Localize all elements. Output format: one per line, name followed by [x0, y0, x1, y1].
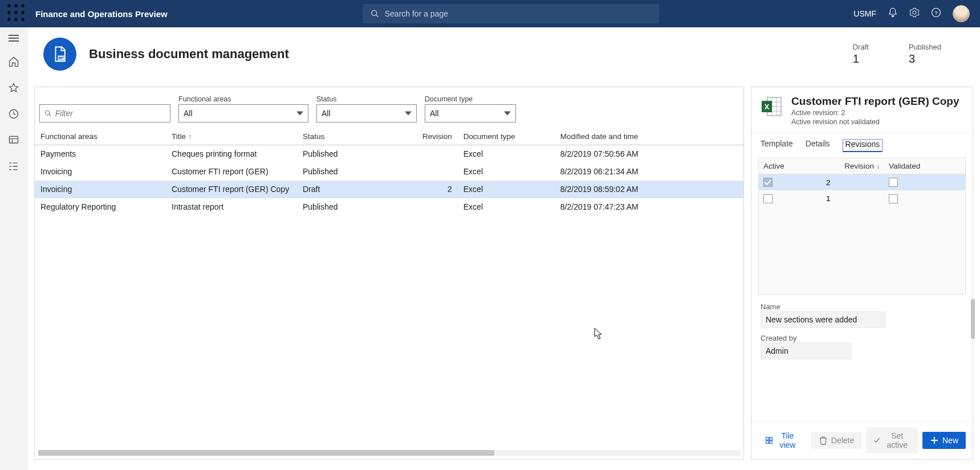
tab-details[interactable]: Details [806, 139, 830, 152]
stat-published[interactable]: Published 3 [909, 43, 941, 66]
field-createdby-value[interactable]: Admin [761, 342, 852, 359]
detail-title: Customer FTI report (GER) Copy [791, 95, 959, 108]
set-active-button[interactable]: Set active [866, 427, 918, 453]
help-icon[interactable]: ? [931, 7, 941, 20]
col-modified[interactable]: Modified date and time [555, 128, 743, 145]
table-row[interactable]: InvoicingCustomer FTI report (GER)Publis… [35, 163, 743, 181]
search-box[interactable] [363, 4, 659, 23]
table-row[interactable]: InvoicingCustomer FTI report (GER) CopyD… [35, 181, 743, 198]
company-code[interactable]: USMF [853, 9, 876, 18]
workspace-icon[interactable] [8, 134, 19, 148]
tab-revisions[interactable]: Revisions [843, 139, 883, 152]
svg-text:X: X [765, 103, 770, 111]
delete-button[interactable]: Delete [811, 432, 861, 449]
table-row[interactable]: Regulatory ReportingIntrastat reportPubl… [35, 198, 743, 216]
field-createdby-label: Created by [761, 334, 963, 342]
revisions-table-wrap: Active Revision Validated 2 1 [758, 158, 966, 295]
filter-row: Functional areas All Status All Document… [35, 95, 743, 128]
active-checkbox[interactable] [763, 194, 772, 203]
settings-icon[interactable] [909, 7, 920, 20]
new-button[interactable]: New [922, 432, 966, 449]
svg-rect-24 [766, 441, 769, 444]
recent-icon[interactable] [8, 108, 19, 122]
plus-icon [930, 436, 939, 445]
svg-point-2 [21, 4, 24, 7]
horizontal-scrollbar[interactable] [38, 450, 740, 456]
avatar[interactable] [953, 5, 970, 22]
svg-rect-23 [770, 438, 772, 440]
dd-doctype-label: Document type [425, 95, 516, 103]
search-input[interactable] [385, 9, 651, 18]
trash-icon [819, 436, 828, 445]
search-icon [371, 9, 379, 18]
page-icon [43, 38, 76, 71]
chevron-down-icon [504, 110, 511, 117]
revisions-table: Active Revision Validated 2 1 [759, 158, 965, 207]
body-split: Functional areas All Status All Document… [27, 87, 980, 467]
svg-point-14 [9, 166, 10, 167]
dd-functional-areas-wrap: Functional areas All [178, 95, 308, 122]
col-area[interactable]: Functional areas [35, 128, 166, 145]
vertical-scrollbar[interactable] [971, 299, 975, 339]
svg-text:?: ? [934, 10, 938, 16]
tab-template[interactable]: Template [761, 139, 793, 152]
detail-header: X Customer FTI report (GER) Copy Active … [751, 87, 973, 133]
detail-active-rev-status: Active revision not validated [791, 118, 959, 126]
svg-rect-17 [59, 57, 64, 58]
svg-point-15 [9, 169, 10, 170]
dd-status-label: Status [316, 95, 417, 103]
dd-status[interactable]: All [316, 104, 417, 122]
col-title[interactable]: Title [166, 128, 297, 145]
col-validated[interactable]: Validated [884, 158, 965, 174]
notifications-icon[interactable] [888, 7, 898, 20]
tile-icon [766, 436, 772, 445]
dd-doctype[interactable]: All [425, 104, 516, 122]
revision-row[interactable]: 2 [759, 174, 965, 191]
svg-point-0 [7, 4, 10, 7]
revision-fields: Name New sections were added Created by … [751, 299, 973, 363]
col-revision[interactable]: Revision [822, 158, 884, 174]
col-revision[interactable]: Revision [417, 128, 458, 145]
table-row[interactable]: PaymentsCheques printing formatPublished… [35, 145, 743, 163]
dd-functional-areas[interactable]: All [178, 104, 308, 122]
home-icon[interactable] [8, 56, 19, 70]
chevron-down-icon [405, 110, 412, 117]
svg-point-13 [9, 162, 10, 164]
svg-point-7 [14, 18, 17, 21]
dd-status-wrap: Status All [316, 95, 417, 122]
page-title: Business document management [89, 47, 289, 62]
validated-checkbox[interactable] [889, 194, 898, 203]
svg-rect-16 [58, 56, 64, 61]
field-name-label: Name [761, 303, 963, 311]
svg-point-1 [14, 4, 17, 7]
svg-point-6 [7, 18, 10, 21]
svg-point-8 [21, 18, 24, 21]
active-checkbox[interactable] [763, 178, 772, 187]
chevron-down-icon [296, 110, 303, 117]
svg-point-4 [14, 11, 17, 14]
left-rail [0, 27, 27, 470]
validated-checkbox[interactable] [889, 178, 898, 187]
stat-published-value: 3 [909, 52, 941, 66]
stat-draft-label: Draft [853, 43, 869, 51]
topbar-right: USMF ? [853, 5, 970, 22]
revision-row[interactable]: 1 [759, 190, 965, 206]
favorites-icon[interactable] [8, 82, 19, 96]
stat-draft-value: 1 [853, 52, 869, 66]
hamburger-icon[interactable] [9, 33, 19, 43]
stat-published-label: Published [909, 43, 941, 51]
filter-input-wrap[interactable] [39, 104, 170, 122]
svg-rect-18 [59, 59, 62, 59]
col-status[interactable]: Status [297, 128, 417, 145]
field-name-value[interactable]: New sections were added [761, 311, 886, 328]
modules-icon[interactable] [8, 161, 19, 174]
app-launcher-icon[interactable] [7, 3, 25, 24]
page-header: Business document management Draft 1 Pub… [27, 27, 980, 87]
header-stats: Draft 1 Published 3 [853, 43, 941, 66]
filter-input[interactable] [55, 109, 165, 118]
stat-draft[interactable]: Draft 1 [853, 43, 869, 66]
detail-tabs: Template Details Revisions [751, 133, 973, 152]
col-doctype[interactable]: Document type [458, 128, 555, 145]
tile-view-button[interactable]: Tile view [758, 427, 807, 453]
col-active[interactable]: Active [759, 158, 822, 174]
